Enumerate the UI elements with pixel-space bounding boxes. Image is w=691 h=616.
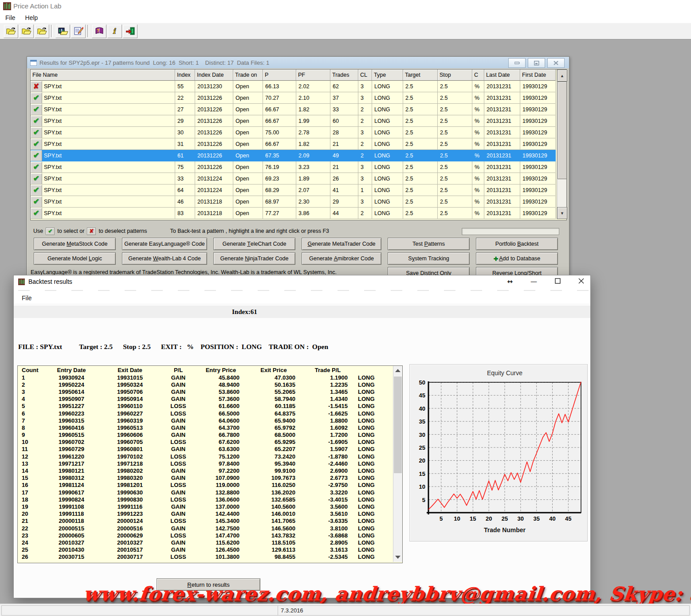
cell: 66.67 <box>263 104 296 115</box>
cell: 2.5 <box>403 150 438 161</box>
cell: GAIN <box>161 381 196 388</box>
close-icon[interactable] <box>547 58 565 68</box>
column-header[interactable]: Index Date <box>195 70 233 81</box>
pattern-row[interactable]: ✔SPY.txt6420131224Open68.292.07411LONG2.… <box>31 184 556 196</box>
column-header[interactable]: PF <box>296 70 330 81</box>
resize-arrows-icon[interactable]: ↔ <box>507 278 513 286</box>
pattern-row[interactable]: ✔SPY.txt4620131218Open68.972.30293LONG2.… <box>31 196 556 208</box>
check-icon[interactable]: ✔ <box>31 162 42 173</box>
open-file-icon[interactable] <box>19 24 34 38</box>
cell: 1.5907 <box>302 446 354 453</box>
pattern-row[interactable]: ✔SPY.txt6120131226Open67.352.09492LONG2.… <box>31 150 556 161</box>
check-icon[interactable]: ✔ <box>31 208 42 219</box>
cell: 55 <box>175 81 195 92</box>
pattern-row[interactable]: ✘SPY.txt5520131230Open66.132.02623LONG2.… <box>31 81 556 92</box>
check-icon[interactable]: ✔ <box>31 196 42 207</box>
action-button[interactable]: System Tracking <box>388 252 470 265</box>
action-button[interactable]: Test Patterns <box>388 238 470 250</box>
action-button[interactable]: Generate Wealth-Lab 4 Code <box>122 252 207 265</box>
cell: 20030715 <box>43 553 99 561</box>
backtest-titlebar[interactable]: Backtest results ↔ — <box>14 275 590 288</box>
column-header[interactable]: P <box>263 70 296 81</box>
cross-icon[interactable]: ✘ <box>31 81 42 92</box>
cell: 19930129 <box>520 150 556 161</box>
check-icon[interactable]: ✔ <box>31 116 42 126</box>
check-icon[interactable]: ✔ <box>31 104 42 115</box>
cell: 28 <box>330 127 358 138</box>
column-header[interactable]: Index <box>175 70 195 81</box>
maximize-icon[interactable] <box>555 278 561 286</box>
column-header[interactable]: Stop <box>438 70 472 81</box>
action-button[interactable]: ✚ Add to Database <box>476 252 558 265</box>
cell: 2.6773 <box>302 475 354 482</box>
scrollbar-thumb[interactable] <box>558 82 567 179</box>
trade-column-header <box>354 366 393 374</box>
close-icon[interactable] <box>578 278 584 286</box>
pattern-row[interactable]: ✔SPY.txt2720131226Open66.671.82332LONG2.… <box>31 104 556 115</box>
cell: 8 <box>18 424 43 431</box>
cell: 22 <box>175 92 195 104</box>
about-icon[interactable]: i <box>107 24 122 38</box>
column-header[interactable]: Trade on <box>233 70 263 81</box>
check-icon[interactable]: ✔ <box>31 127 42 138</box>
action-button[interactable]: Generate MetaTrader Code <box>302 238 381 250</box>
action-button[interactable]: Generate EasyLanguage® Code <box>122 238 207 250</box>
menu-help[interactable]: Help <box>21 13 43 22</box>
pattern-row[interactable]: ✔SPY.txt3320131224Open69.231.89263LONG2.… <box>31 173 556 184</box>
column-header[interactable]: File Name <box>31 70 175 81</box>
action-button[interactable]: Portfolio Backtest <box>476 238 558 250</box>
check-icon[interactable]: ✔ <box>31 150 42 161</box>
pattern-row[interactable]: ✔SPY.txt2220131226Open70.272.10373LONG2.… <box>31 92 556 104</box>
action-button[interactable]: Generate MetaStock Code <box>34 238 116 250</box>
action-button[interactable]: Generate Amibroker Code <box>302 252 381 265</box>
column-header[interactable]: Last Date <box>484 70 520 81</box>
backtest-window: Backtest results ↔ — File Index:61 FILE … <box>13 275 591 598</box>
open-file-icon[interactable] <box>35 24 49 38</box>
column-header[interactable]: CL <box>358 70 372 81</box>
cell: LOSS <box>161 403 196 410</box>
column-header[interactable]: First Date <box>520 70 556 81</box>
minimize-icon[interactable]: — <box>530 278 537 286</box>
scroll-up-icon[interactable]: ▲ <box>557 70 567 82</box>
cell: GAIN <box>161 546 196 553</box>
column-header[interactable]: Type <box>372 70 403 81</box>
cell: 3 <box>358 127 372 138</box>
patterns-table: File NameIndexIndex DateTrade onPPFTrade… <box>30 69 567 220</box>
action-button[interactable]: Generate Model Logic <box>34 252 116 265</box>
check-icon[interactable]: ✔ <box>31 93 42 103</box>
patterns-table-scrollbar[interactable]: ▲ ▼ <box>557 70 566 219</box>
scroll-down-icon[interactable]: ▼ <box>557 207 567 219</box>
menu-file[interactable]: File <box>1 13 20 22</box>
cell: 20131231 <box>484 173 520 184</box>
menu-file[interactable]: File <box>17 294 36 302</box>
check-icon[interactable]: ✔ <box>31 173 42 184</box>
check-icon[interactable]: ✔ <box>31 139 42 149</box>
cell: 19930129 <box>520 184 556 196</box>
column-header[interactable]: Trades <box>330 70 358 81</box>
column-header[interactable]: C <box>472 70 484 81</box>
pattern-row[interactable]: ✔SPY.txt3120131226Open66.671.82212LONG2.… <box>31 138 556 150</box>
action-button[interactable]: Generate TeleChart Code <box>213 238 295 250</box>
cell: GAIN <box>161 432 196 439</box>
check-icon[interactable]: ✔ <box>31 185 42 196</box>
scroll-up-icon[interactable] <box>395 369 400 372</box>
pattern-row[interactable]: ✔SPY.txt2920131226Open66.671.99602LONG2.… <box>31 115 556 127</box>
cell: 14 <box>18 467 43 474</box>
pattern-row[interactable]: ✔SPY.txt3020131226Open75.002.78283LONG2.… <box>31 127 556 138</box>
restore-icon[interactable] <box>528 58 545 68</box>
help-book-icon[interactable]: ? <box>92 24 106 38</box>
open-file-icon[interactable] <box>4 24 18 38</box>
exit-icon[interactable] <box>123 24 137 38</box>
column-header[interactable]: Target <box>403 70 438 81</box>
trade-list-scrollbar[interactable] <box>393 366 402 562</box>
cell: ✔SPY.txt <box>31 104 175 115</box>
scan-folder-icon[interactable] <box>55 24 70 38</box>
scrollbar-thumb[interactable] <box>394 377 402 473</box>
action-button[interactable]: Generate NinjaTrader Code <box>213 252 295 265</box>
pattern-row[interactable]: ✔SPY.txt8320131218Open77.273.86442LONG2.… <box>31 208 556 219</box>
pattern-row[interactable]: ✔SPY.txt7520131226Open76.193.23213LONG2.… <box>31 161 556 173</box>
scroll-down-icon[interactable] <box>395 556 400 559</box>
edit-report-icon[interactable] <box>71 24 86 38</box>
minimize-icon[interactable] <box>508 58 526 68</box>
results-titlebar[interactable]: Results for SPY2p5.epr - 17 patterns fou… <box>27 57 569 68</box>
